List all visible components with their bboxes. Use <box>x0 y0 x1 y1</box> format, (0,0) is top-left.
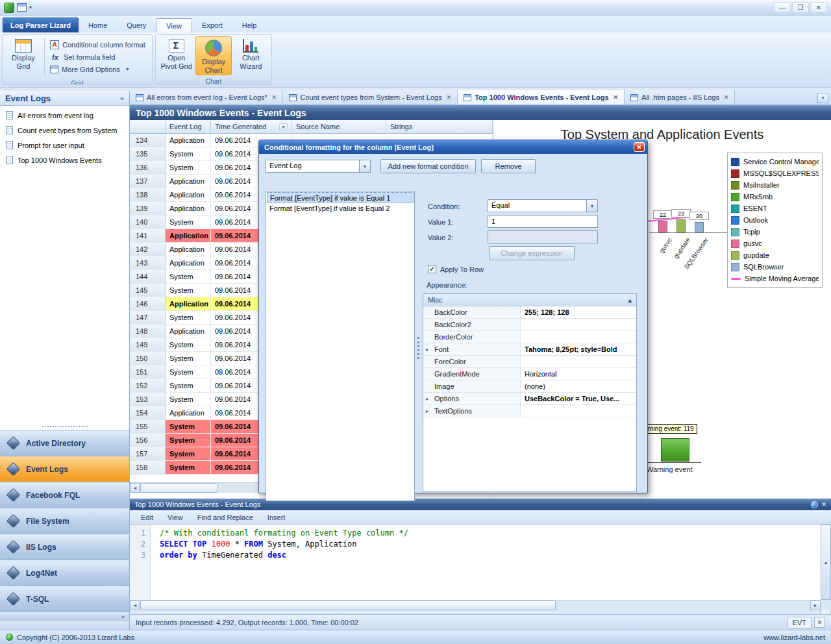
scroll-left-icon[interactable]: ◄ <box>130 601 140 610</box>
sidebar-item-top-1000-windows-events[interactable]: Top 1000 Windows Events <box>0 153 129 167</box>
sql-editor[interactable]: 123 /* With conditioanl formating on Eve… <box>130 525 821 600</box>
value1-input[interactable] <box>488 215 598 228</box>
property-row-image[interactable]: Image(none) <box>423 380 636 393</box>
property-row-backcolor2[interactable]: BackColor2 <box>423 319 636 331</box>
dialog-splitter[interactable] <box>417 337 419 359</box>
scrollbar-thumb[interactable] <box>140 601 556 610</box>
scroll-right-icon[interactable]: ► <box>810 601 821 610</box>
restore-button[interactable]: ❐ <box>792 2 809 13</box>
property-row-forecolor[interactable]: ForeColor <box>423 356 636 368</box>
sidebar-item-prompt-for-user-input[interactable]: Prompt for user input <box>0 138 129 153</box>
sidebar-group-active-directory[interactable]: Active Directory <box>0 430 129 456</box>
property-row-options[interactable]: ▸OptionsUseBackColor = True, Use... <box>423 393 636 405</box>
sidebar-item-count-event-types-from-system[interactable]: Count event types from System <box>0 123 129 138</box>
sidebar-group-log4net[interactable]: Log4Net <box>0 560 129 586</box>
column-header-event-log[interactable]: Event Log <box>166 120 211 133</box>
ribbon-tab-home[interactable]: Home <box>79 18 117 32</box>
format-condition-item[interactable]: Format [EventType] if value is Equal 1 <box>267 192 414 203</box>
property-row-textoptions[interactable]: ▸TextOptions <box>423 405 636 417</box>
property-category-misc[interactable]: Misc ▴ <box>423 294 636 306</box>
menu-item-find-and-replace[interactable]: Find and Replace <box>190 512 260 523</box>
warning-event-bar[interactable] <box>661 438 689 462</box>
open-pivot-grid-button[interactable]: Open Pivot Grid <box>158 36 194 75</box>
dialog-titlebar[interactable]: Conditional formatting for the column [E… <box>259 140 647 154</box>
property-value[interactable] <box>521 405 636 417</box>
sidebar-overflow-strip[interactable]: » <box>0 612 129 621</box>
change-expression-button[interactable]: Change expression <box>489 246 575 260</box>
column-header-strings[interactable]: Strings <box>386 120 493 133</box>
close-button[interactable]: ✕ <box>810 2 827 13</box>
panel-window-icon[interactable] <box>811 501 818 508</box>
column-header-time-generated[interactable]: Time Generated▼ <box>211 120 292 133</box>
sidebar-item-all-errors-from-event-log[interactable]: All errors from event log <box>0 108 129 123</box>
format-condition-item[interactable]: Format [EventType] if value is Equal 2 <box>267 203 414 214</box>
close-icon[interactable]: ✕ <box>272 94 277 101</box>
property-value[interactable]: 255; 128; 128 <box>521 306 636 318</box>
tab-scroll-button[interactable]: ▾ <box>817 93 828 103</box>
display-grid-button[interactable]: Display Grid <box>5 36 42 77</box>
value2-input[interactable] <box>488 230 598 243</box>
app-icon[interactable] <box>4 3 14 13</box>
doc-tab-count-event-types-from-system-event-logs[interactable]: Count event types from System - Event Lo… <box>283 90 458 105</box>
panel-close-icon[interactable]: ✕ <box>821 501 826 508</box>
ribbon-tab-help[interactable]: Help <box>232 18 267 32</box>
more-grid-options-button[interactable]: More Grid Options ▼ <box>50 63 145 75</box>
clear-icon[interactable]: ✕ <box>814 617 825 628</box>
editor-horizontal-scrollbar[interactable]: ◄ ► <box>130 600 821 610</box>
apply-to-row-checkbox[interactable]: Apply To Row <box>428 265 484 273</box>
property-value[interactable]: UseBackColor = True, Use... <box>521 393 636 404</box>
menu-item-view[interactable]: View <box>160 512 190 523</box>
sidebar-group-iis-logs[interactable]: IIS Logs <box>0 534 129 560</box>
sidebar-header[interactable]: Event Logs « <box>0 91 129 106</box>
close-icon[interactable]: ✕ <box>614 94 619 101</box>
sidebar-group-event-logs[interactable]: Event Logs <box>0 456 129 482</box>
website-link[interactable]: www.lizard-labs.net <box>763 634 825 641</box>
query-panel-header[interactable]: Top 1000 Windows Events - Event Logs ✕ <box>130 499 831 510</box>
quick-access-customize-icon[interactable]: ▾ <box>29 5 32 10</box>
property-value[interactable] <box>521 356 636 367</box>
property-row-gradientmode[interactable]: GradientModeHorizontal <box>423 368 636 380</box>
doc-tab-all-htm-pages-iis-logs[interactable]: All .htm pages - IIS Logs✕ <box>625 90 735 105</box>
conditional-column-format-button[interactable]: Conditional column format <box>50 38 145 51</box>
column-header-source-name[interactable]: Source Name <box>292 120 386 133</box>
property-row-bordercolor[interactable]: BorderColor <box>423 331 636 343</box>
filter-arrow-icon[interactable]: ▼ <box>279 123 288 130</box>
sidebar-splitter[interactable] <box>0 423 129 430</box>
menu-item-insert[interactable]: Insert <box>260 512 293 523</box>
set-formula-field-button[interactable]: Set formula field <box>50 51 145 63</box>
condition-select[interactable]: Equal ▼ <box>488 199 598 212</box>
property-value[interactable] <box>521 331 636 343</box>
column-select[interactable]: Event Log ▼ <box>266 160 371 173</box>
ribbon-tab-export[interactable]: Export <box>192 18 232 32</box>
property-row-font[interactable]: ▸FontTahoma; 8,25pt; style=Bold <box>423 343 636 356</box>
menu-item-edit[interactable]: Edit <box>134 512 160 523</box>
collapse-icon[interactable]: ▴ <box>628 296 632 304</box>
quick-access-window-icon[interactable] <box>17 3 27 12</box>
close-icon[interactable]: ✕ <box>724 94 729 101</box>
code-lines[interactable]: /* With conditioanl formating on Event T… <box>151 525 821 600</box>
dialog-close-icon[interactable]: ✕ <box>634 142 645 152</box>
property-row-backcolor[interactable]: BackColor255; 128; 128 <box>423 306 636 319</box>
scrollbar-thumb[interactable] <box>140 483 218 493</box>
doc-tab-top-1000-windows-events-event-logs[interactable]: Top 1000 Windows Events - Event Logs✕ <box>458 90 625 105</box>
property-value[interactable]: Tahoma; 8,25pt; style=Bold <box>521 343 636 355</box>
property-value[interactable] <box>521 319 636 330</box>
chart-wizard-button[interactable]: Chart Wizard <box>233 36 269 75</box>
sidebar-group-facebook-fql[interactable]: Facebook FQL <box>0 482 129 508</box>
minimize-button[interactable]: — <box>774 2 791 13</box>
scroll-up-icon[interactable]: ▲ <box>821 525 831 600</box>
property-value[interactable]: (none) <box>521 380 636 392</box>
editor-vertical-scrollbar[interactable]: ▲ ▼ <box>821 525 831 600</box>
property-value[interactable]: Horizontal <box>521 368 636 380</box>
add-format-condition-button[interactable]: Add new format condition <box>380 159 476 173</box>
ribbon-tab-view[interactable]: View <box>156 18 192 32</box>
application-menu-button[interactable]: Log Parser Lizard <box>3 18 79 32</box>
sidebar-group-file-system[interactable]: File System <box>0 508 129 534</box>
checkbox-checked-icon[interactable] <box>428 265 436 273</box>
scroll-left-icon[interactable]: ◄ <box>130 483 140 493</box>
remove-button[interactable]: Remove <box>481 159 536 173</box>
collapse-icon[interactable]: « <box>120 94 124 102</box>
ribbon-tab-query[interactable]: Query <box>117 18 156 32</box>
display-chart-button[interactable]: Display Chart <box>195 36 231 75</box>
close-icon[interactable]: ✕ <box>447 94 452 101</box>
